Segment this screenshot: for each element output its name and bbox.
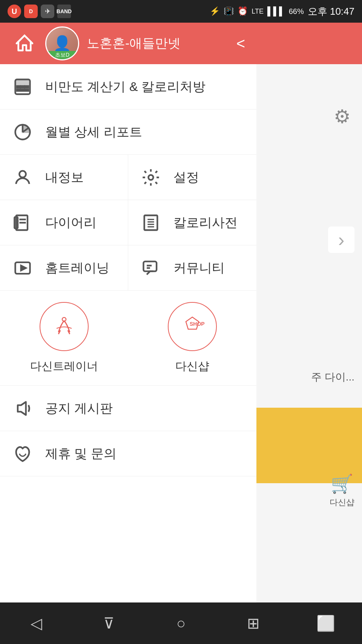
svg-rect-1 [17, 81, 28, 84]
menu-item-training[interactable]: 홈트레이닝 [0, 245, 128, 291]
diary-label: 다이어리 [45, 214, 97, 231]
alarm-icon: ⏰ [238, 6, 248, 16]
bg-text: 주 다이... [311, 370, 354, 384]
calorie-dict-label: 칼로리사전 [173, 214, 238, 231]
u-app-icon: U [8, 5, 21, 18]
status-bar: U D ✈ BAND ⚡ 📳 ⏰ LTE ▌▌▌ 66% 오후 10:47 [0, 0, 362, 23]
svg-point-11 [19, 171, 26, 177]
menu-row-diary-calorie: 다이어리 칼로리사전 [0, 200, 256, 245]
menu-item-myinfo[interactable]: 내정보 [0, 155, 128, 200]
status-bar-right: ⚡ 📳 ⏰ LTE ▌▌▌ 66% 오후 10:47 [210, 5, 354, 18]
nav-menu-button[interactable]: ⊞ [235, 610, 272, 636]
trainer-circle-icon [40, 302, 89, 351]
calorie-dict-icon [140, 211, 162, 234]
training-icon [11, 257, 34, 279]
cart-label: 다신샵 [330, 497, 354, 508]
settings-icon: ⚙ [334, 106, 351, 128]
svg-rect-6 [21, 89, 25, 91]
menu-item-calorie-dict[interactable]: 칼로리사전 [128, 200, 256, 245]
menu-list: 비만도 계산기 & 칼로리처방 월별 상세 리포트 [0, 64, 256, 606]
bg-yellow-block [249, 408, 362, 483]
lte-icon: LTE [252, 8, 264, 15]
menu-item-diary[interactable]: 다이어리 [0, 200, 128, 245]
menu-item-community[interactable]: 커뮤니티 [128, 245, 256, 291]
bluetooth-icon: ⚡ [210, 6, 220, 16]
notice-icon [11, 397, 34, 420]
menu-item-settings[interactable]: 설정 [128, 155, 256, 200]
svg-rect-5 [17, 89, 20, 91]
panel-header: 👤 초보D 노혼혼-애들만넷 < [0, 23, 256, 64]
menu-row-training-community: 홈트레이닝 커뮤니티 [0, 245, 256, 291]
plane-icon: ✈ [41, 5, 54, 18]
partnership-label: 제휴 및 문의 [45, 445, 117, 462]
nav-apps-button[interactable]: ⬜ [307, 610, 345, 636]
home-icon [14, 33, 35, 54]
home-button[interactable] [11, 30, 38, 57]
status-time: 오후 10:47 [308, 5, 354, 18]
notice-label: 공지 게시판 [45, 400, 113, 417]
cart-icon: 🛒 [331, 473, 353, 495]
icon-section: 다신트레이너 SHOP 다신샵 [0, 291, 256, 386]
svg-rect-2 [17, 86, 20, 87]
dashin-icon: D [24, 5, 38, 18]
shop-circle-icon: SHOP [168, 302, 217, 351]
band-icon: BAND [57, 5, 71, 18]
dashin-trainer-item[interactable]: 다신트레이너 [0, 302, 128, 374]
nav-home-button[interactable]: ○ [162, 610, 200, 636]
back-button[interactable]: < [236, 35, 245, 52]
menu-item-notice[interactable]: 공지 게시판 [0, 386, 256, 431]
menu-item-partnership[interactable]: 제휴 및 문의 [0, 431, 256, 476]
bottom-nav: ◁ ⊽ ○ ⊞ ⬜ [0, 602, 362, 644]
menu-row-info-settings: 내정보 설정 [0, 155, 256, 200]
training-label: 홈트레이닝 [45, 259, 109, 277]
svg-rect-7 [25, 89, 29, 91]
diary-icon [11, 211, 34, 234]
bg-cart-area: 🛒 다신샵 [330, 473, 354, 508]
myinfo-icon [11, 166, 34, 189]
svg-text:SHOP: SHOP [190, 321, 205, 327]
calculator-icon [11, 75, 34, 98]
user-badge: 초보D [46, 51, 78, 59]
user-avatar[interactable]: 👤 초보D [45, 26, 79, 60]
vibrate-icon: 📳 [224, 6, 234, 16]
trainer-label: 다신트레이너 [30, 359, 98, 374]
svg-rect-17 [144, 216, 158, 230]
svg-marker-23 [21, 266, 26, 271]
svg-rect-24 [144, 262, 157, 271]
nav-back-button[interactable]: ◁ [17, 610, 55, 636]
gear-icon [140, 166, 162, 189]
shop-label: 다신샵 [175, 359, 209, 374]
status-bar-left: U D ✈ BAND [8, 5, 71, 18]
side-menu-panel: 👤 초보D 노혼혼-애들만넷 < 비만도 계산기 & 칼로리처방 [0, 23, 256, 644]
menu-item-bmi[interactable]: 비만도 계산기 & 칼로리처방 [0, 64, 256, 109]
right-arrow-icon: › [328, 226, 354, 253]
community-label: 커뮤니티 [173, 259, 225, 277]
svg-point-12 [149, 175, 153, 180]
report-label: 월별 상세 리포트 [45, 123, 142, 141]
svg-rect-4 [25, 86, 29, 87]
menu-item-report[interactable]: 월별 상세 리포트 [0, 109, 256, 155]
myinfo-label: 내정보 [45, 169, 84, 186]
dashin-shop-item[interactable]: SHOP 다신샵 [128, 302, 256, 374]
community-icon [140, 257, 162, 279]
svg-rect-3 [21, 86, 25, 87]
settings-label: 설정 [173, 169, 199, 186]
user-name: 노혼혼-애들만넷 [87, 35, 229, 52]
nav-down-button[interactable]: ⊽ [90, 610, 127, 636]
partnership-icon [11, 442, 34, 465]
signal-icon: ▌▌▌ [267, 6, 285, 16]
report-icon [11, 121, 34, 143]
battery-level: 66% [289, 7, 304, 16]
bmi-label: 비만도 계산기 & 칼로리처방 [45, 78, 206, 96]
